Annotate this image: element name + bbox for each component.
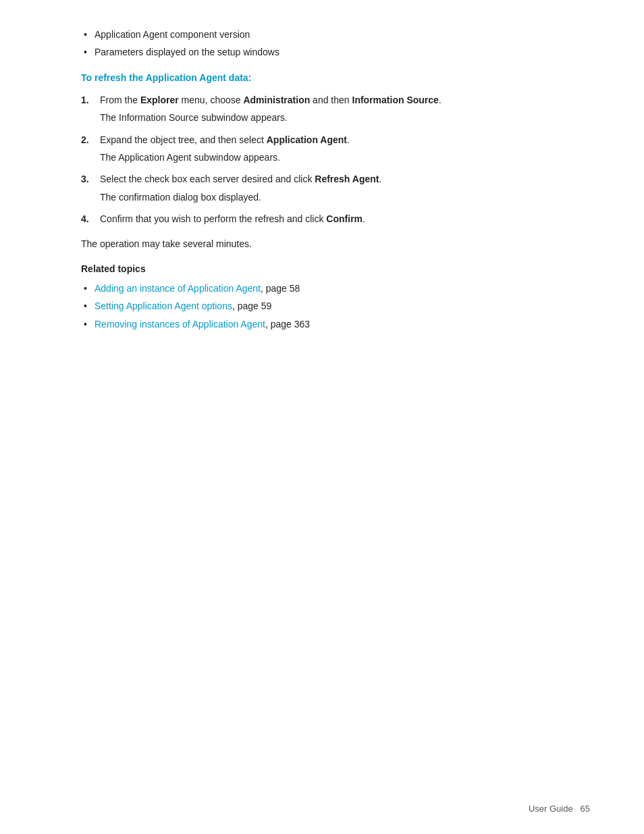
related-link-item-2: Setting Application Agent options, page … <box>81 298 576 313</box>
related-link-item-3: Removing instances of Application Agent,… <box>81 317 576 332</box>
page-content: Application Agent component version Para… <box>0 0 644 384</box>
related-link-2[interactable]: Setting Application Agent options <box>95 301 232 311</box>
step-4-content: Confirm that you wish to perform the ref… <box>100 211 576 226</box>
related-link-1[interactable]: Adding an instance of Application Agent <box>95 283 261 294</box>
steps-list: 1. From the Explorer menu, choose Admini… <box>81 93 576 227</box>
intro-bullet-list: Application Agent component version Para… <box>81 27 576 60</box>
related-link-item-1: Adding an instance of Application Agent,… <box>81 281 576 296</box>
step-3-main: Select the check box each server desired… <box>100 174 381 184</box>
step-4-number: 4. <box>81 211 100 226</box>
step-3-number: 3. <box>81 172 100 205</box>
step-1-number: 1. <box>81 93 100 126</box>
operation-note: The operation may take several minutes. <box>81 236 576 251</box>
step-2-content: Expand the object tree, and then select … <box>100 132 576 165</box>
bullet-item-2: Parameters displayed on the setup window… <box>81 45 576 59</box>
step-1: 1. From the Explorer menu, choose Admini… <box>81 93 576 126</box>
step-3: 3. Select the check box each server desi… <box>81 172 576 205</box>
step-1-main: From the Explorer menu, choose Administr… <box>100 95 441 105</box>
bullet-item-1: Application Agent component version <box>81 27 576 42</box>
related-link-2-page: , page 59 <box>232 301 271 311</box>
footer-label: User Guide <box>529 804 573 814</box>
section-heading: To refresh the Application Agent data: <box>81 72 576 83</box>
step-4: 4. Confirm that you wish to perform the … <box>81 211 576 226</box>
related-link-3-page: , page 363 <box>265 319 310 330</box>
step-4-main: Confirm that you wish to perform the ref… <box>100 213 365 224</box>
related-topics-heading: Related topics <box>81 263 576 274</box>
related-links-list: Adding an instance of Application Agent,… <box>81 281 576 332</box>
footer-page-number: 65 <box>581 804 590 814</box>
step-2: 2. Expand the object tree, and then sele… <box>81 132 576 165</box>
step-3-content: Select the check box each server desired… <box>100 172 576 205</box>
step-1-content: From the Explorer menu, choose Administr… <box>100 93 576 126</box>
step-2-number: 2. <box>81 132 100 165</box>
related-link-1-page: , page 58 <box>261 283 300 294</box>
step-3-sub: The confirmation dialog box displayed. <box>100 190 576 205</box>
step-2-sub: The Application Agent subwindow appears. <box>100 150 576 165</box>
step-2-main: Expand the object tree, and then select … <box>100 134 350 145</box>
page-footer: User Guide 65 <box>529 804 590 814</box>
related-link-3[interactable]: Removing instances of Application Agent <box>95 319 265 330</box>
step-1-sub: The Information Source subwindow appears… <box>100 110 576 125</box>
